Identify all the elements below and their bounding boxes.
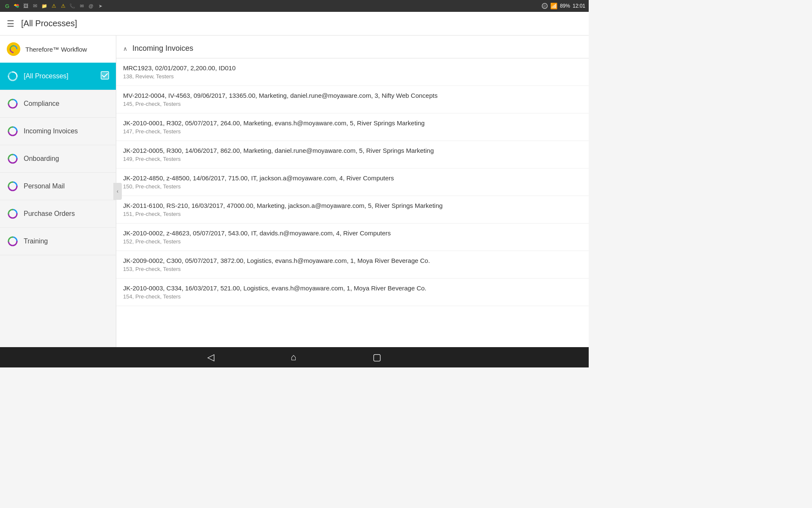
invoice-item-1[interactable]: MV-2012-0004, IV-4563, 09/06/2017, 13365… <box>116 86 589 113</box>
hamburger-menu-button[interactable]: ☰ <box>7 19 14 29</box>
sidebar-item-label-incoming-invoices: Incoming Invoices <box>24 127 109 135</box>
cycle-icon-compliance <box>7 98 19 110</box>
invoice-secondary-6: 152, Pre-check, Testers <box>123 238 582 245</box>
brand-name-label: Therefore™ Workflow <box>25 46 87 53</box>
invoice-secondary-8: 154, Pre-check, Testers <box>123 293 582 300</box>
sidebar-item-label-compliance: Compliance <box>24 100 109 108</box>
chrome-icon <box>13 2 20 10</box>
cycle-icon-onboarding <box>7 153 19 165</box>
invoice-list: MRC1923, 02/01/2007, 2,200.00, ID010138,… <box>116 58 589 306</box>
check-icon-all-processes <box>101 71 109 81</box>
recents-button[interactable]: ▢ <box>373 352 381 363</box>
sidebar-item-all-processes[interactable]: [All Processes] <box>0 63 116 90</box>
sidebar-item-personal-mail[interactable]: Personal Mail <box>0 173 116 200</box>
invoice-primary-4: JK-2012-4850, z-48500, 14/06/2017, 715.0… <box>123 174 582 182</box>
bottom-nav: ◁ ⌂ ▢ <box>0 347 589 367</box>
status-bar: G 🖼 ✉ 📁 ⚠ ⚠ 📞 ✉ @ ➤ ⊘ 📶 89% 12:01 <box>0 0 589 12</box>
chevron-left-icon: ‹ <box>117 188 118 194</box>
home-button[interactable]: ⌂ <box>291 352 296 363</box>
invoice-primary-6: JK-2010-0002, z-48623, 05/07/2017, 543.0… <box>123 229 582 237</box>
invoice-secondary-5: 151, Pre-check, Testers <box>123 211 582 217</box>
sidebar-item-label-personal-mail: Personal Mail <box>24 182 109 190</box>
main-layout: Therefore™ Workflow [All Processes] Comp… <box>0 36 589 347</box>
cycle-icon-personal-mail <box>7 180 19 192</box>
app-bar: ☰ [All Processes] <box>0 12 589 36</box>
sidebar-item-onboarding[interactable]: Onboarding <box>0 145 116 173</box>
email-icon: ✉ <box>31 2 39 10</box>
sidebar-item-incoming-invoices[interactable]: Incoming Invoices <box>0 118 116 145</box>
sidebar-item-training[interactable]: Training <box>0 228 116 255</box>
app-bar-title: [All Processes] <box>21 19 77 28</box>
invoice-secondary-1: 145, Pre-check, Testers <box>123 101 582 107</box>
sidebar-item-compliance[interactable]: Compliance <box>0 90 116 118</box>
invoice-item-6[interactable]: JK-2010-0002, z-48623, 05/07/2017, 543.0… <box>116 224 589 251</box>
wifi-icon: 📶 <box>550 3 557 9</box>
invoice-item-0[interactable]: MRC1923, 02/01/2007, 2,200.00, ID010138,… <box>116 58 589 86</box>
sidebar-item-label-all-processes: [All Processes] <box>24 72 96 80</box>
invoice-secondary-0: 138, Review, Testers <box>123 73 582 80</box>
cycle-icon-incoming-invoices <box>7 125 19 137</box>
section-title: Incoming Invoices <box>132 44 193 53</box>
invoice-item-5[interactable]: JK-2011-6100, RS-210, 16/03/2017, 47000.… <box>116 196 589 224</box>
invoice-item-3[interactable]: JK-2012-0005, R300, 14/06/2017, 862.00, … <box>116 141 589 168</box>
phone-icon: 📞 <box>69 2 76 10</box>
battery-indicator: 89% <box>560 3 570 9</box>
invoice-primary-0: MRC1923, 02/01/2007, 2,200.00, ID010 <box>123 64 582 72</box>
sidebar-item-purchase-orders[interactable]: Purchase Orders <box>0 200 116 228</box>
section-collapse-button[interactable]: ∧ <box>123 45 127 52</box>
image-icon: 🖼 <box>22 2 30 10</box>
folder-icon: 📁 <box>41 2 48 10</box>
cycle-icon-training <box>7 235 19 247</box>
invoice-secondary-3: 149, Pre-check, Testers <box>123 156 582 162</box>
back-button[interactable]: ◁ <box>207 352 214 363</box>
brand-logo <box>7 42 20 56</box>
warning-icon-1: ⚠ <box>50 2 58 10</box>
cycle-icon-purchase-orders <box>7 208 19 220</box>
invoice-primary-1: MV-2012-0004, IV-4563, 09/06/2017, 13365… <box>123 92 582 99</box>
invoice-secondary-7: 153, Pre-check, Testers <box>123 266 582 272</box>
invoice-item-4[interactable]: JK-2012-4850, z-48500, 14/06/2017, 715.0… <box>116 168 589 196</box>
sidebar-items-container: [All Processes] Compliance Incoming Invo… <box>0 63 116 255</box>
invoice-secondary-2: 147, Pre-check, Testers <box>123 128 582 135</box>
cycle-icon-all-processes <box>7 70 19 82</box>
invoice-item-8[interactable]: JK-2010-0003, C334, 16/03/2017, 521.00, … <box>116 279 589 306</box>
warning-icon-2: ⚠ <box>59 2 67 10</box>
sidebar-collapse-button[interactable]: ‹ <box>113 183 122 200</box>
g-icon: G <box>3 2 11 10</box>
no-sim-icon: ⊘ <box>542 3 548 9</box>
sidebar-item-label-onboarding: Onboarding <box>24 155 109 163</box>
invoice-item-2[interactable]: JK-2010-0001, R302, 05/07/2017, 264.00, … <box>116 113 589 141</box>
at-icon: @ <box>87 2 95 10</box>
invoice-secondary-4: 150, Pre-check, Testers <box>123 183 582 190</box>
section-header: ∧ Incoming Invoices <box>116 36 589 58</box>
sidebar-brand: Therefore™ Workflow <box>0 36 116 63</box>
arrow-icon: ➤ <box>96 2 104 10</box>
sidebar: Therefore™ Workflow [All Processes] Comp… <box>0 36 116 347</box>
time-display: 12:01 <box>573 3 585 9</box>
status-bar-left: G 🖼 ✉ 📁 ⚠ ⚠ 📞 ✉ @ ➤ <box>3 2 104 10</box>
invoice-item-7[interactable]: JK-2009-0002, C300, 05/07/2017, 3872.00,… <box>116 251 589 279</box>
invoice-primary-2: JK-2010-0001, R302, 05/07/2017, 264.00, … <box>123 119 582 127</box>
sidebar-item-label-training: Training <box>24 237 109 245</box>
status-bar-right: ⊘ 📶 89% 12:01 <box>542 3 585 9</box>
sidebar-item-label-purchase-orders: Purchase Orders <box>24 210 109 218</box>
invoice-primary-8: JK-2010-0003, C334, 16/03/2017, 521.00, … <box>123 284 582 292</box>
invoice-primary-5: JK-2011-6100, RS-210, 16/03/2017, 47000.… <box>123 202 582 209</box>
invoice-primary-7: JK-2009-0002, C300, 05/07/2017, 3872.00,… <box>123 257 582 264</box>
msg-icon: ✉ <box>78 2 85 10</box>
invoice-primary-3: JK-2012-0005, R300, 14/06/2017, 862.00, … <box>123 147 582 154</box>
content-area: ∧ Incoming Invoices MRC1923, 02/01/2007,… <box>116 36 589 347</box>
